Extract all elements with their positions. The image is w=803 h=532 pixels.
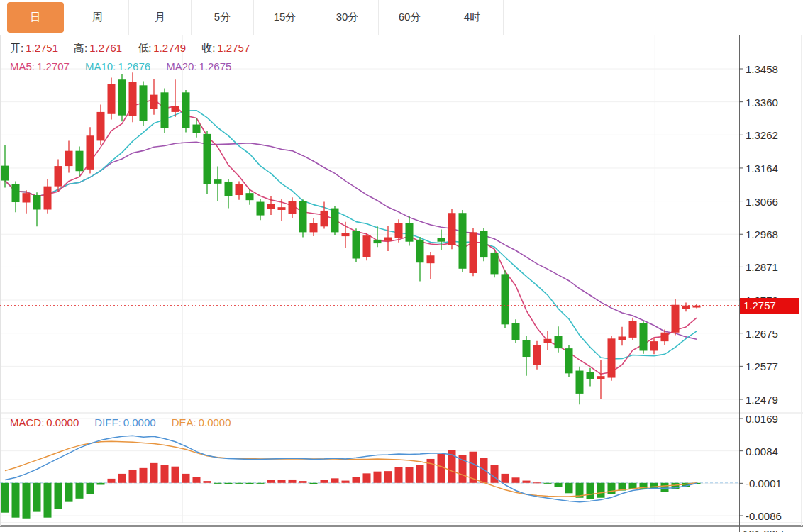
tab-day[interactable]: 日 — [7, 2, 64, 33]
macd-bar — [76, 483, 84, 499]
y-axis-label: 1.3458 — [746, 63, 778, 75]
macd-bar — [533, 482, 541, 483]
tab-30min[interactable]: 30分 — [316, 0, 379, 35]
candle-body — [140, 85, 148, 121]
diff-readout: DIFF:0.0000 — [94, 416, 155, 428]
macd-bar — [65, 483, 73, 502]
high-readout: 高:1.2761 — [74, 42, 122, 55]
low-readout: 低:1.2749 — [138, 42, 186, 55]
candle-body — [448, 213, 456, 245]
candle-body — [480, 231, 488, 257]
candlestick-macd-chart[interactable] — [0, 0, 803, 532]
y-axis-label: 1.2577 — [746, 360, 778, 372]
candle-body — [661, 333, 669, 341]
candle-body — [225, 182, 233, 196]
macd-bar — [342, 481, 350, 483]
y-axis-label: 0.0084 — [746, 445, 778, 457]
macd-bar — [193, 477, 201, 483]
macd-bar — [502, 474, 509, 483]
close-readout: 收:1.2757 — [201, 42, 250, 55]
macd-bar — [491, 465, 499, 483]
tab-month[interactable]: 月 — [129, 0, 192, 35]
candle-body — [278, 207, 286, 210]
macd-bar — [406, 467, 414, 483]
candle-body — [587, 372, 594, 379]
macd-bar — [416, 465, 424, 483]
candle-body — [533, 345, 541, 365]
macd-bar — [353, 477, 360, 483]
candle-body — [470, 232, 477, 273]
macd-bar — [33, 483, 41, 512]
candle-body — [23, 193, 31, 202]
y-axis-label: 1.3262 — [746, 129, 778, 141]
macd-bar — [225, 483, 233, 484]
macd-bar — [44, 483, 52, 518]
macd-bar — [608, 483, 616, 494]
macd-bar — [384, 471, 392, 483]
candle-body — [353, 231, 360, 258]
macd-bar — [1, 483, 9, 513]
ma10-line — [5, 111, 697, 359]
tab-5min[interactable]: 5分 — [192, 0, 254, 35]
candle-body — [682, 306, 690, 309]
candle-body — [619, 336, 626, 340]
ma5-readout: MA5:1.2707 — [10, 60, 70, 72]
candle-body — [565, 348, 573, 373]
candle-body — [640, 323, 648, 351]
y-axis-label: -0.0086 — [746, 510, 782, 522]
candle-body — [193, 125, 201, 133]
candle-body — [427, 255, 435, 263]
macd-bar — [363, 473, 371, 482]
candle-body — [108, 84, 116, 113]
macd-bar — [182, 474, 190, 483]
candle-body — [44, 187, 52, 210]
candle-body — [214, 179, 222, 184]
candle-body — [87, 135, 94, 170]
macd-bar — [257, 483, 265, 484]
macd-bar — [108, 479, 116, 483]
macd-bar — [555, 483, 563, 487]
macd-bar — [310, 483, 318, 484]
ohlc-legend: 开:1.2751 高:1.2761 低:1.2749 收:1.2757 — [10, 42, 250, 55]
tab-15min[interactable]: 15分 — [254, 0, 316, 35]
candle-body — [406, 223, 414, 242]
macd-bar — [172, 467, 179, 483]
macd-bar — [87, 483, 94, 494]
macd-bar — [140, 468, 148, 483]
tabbar-filler — [504, 0, 803, 35]
candle-body — [1, 166, 9, 181]
macd-bar — [118, 474, 126, 483]
candle-body — [172, 106, 179, 112]
candle-body — [118, 79, 126, 115]
candle-body — [129, 82, 137, 116]
candle-body — [555, 336, 563, 348]
macd-bar — [23, 483, 31, 519]
tab-4hour[interactable]: 4时 — [441, 0, 504, 35]
candle-body — [12, 184, 20, 202]
candle-body — [182, 92, 190, 128]
tab-week[interactable]: 周 — [67, 0, 129, 35]
candle-body — [459, 213, 467, 269]
candle-body — [512, 323, 520, 340]
candle-body — [523, 340, 531, 357]
candle-body — [384, 238, 392, 241]
macd-legend: MACD:0.0000 DIFF:0.0000 DEA:0.0000 — [10, 416, 231, 428]
candle-body — [257, 202, 265, 216]
candle-body — [289, 201, 297, 214]
y-axis-label: -0.0001 — [746, 477, 782, 489]
candle-body — [321, 211, 328, 226]
macd-bar — [204, 481, 211, 483]
candle-body — [267, 204, 275, 209]
macd-bar — [246, 483, 254, 484]
macd-bar — [12, 483, 20, 518]
open-readout: 开:1.2751 — [10, 42, 58, 55]
candle-body — [33, 195, 41, 209]
candle-body — [161, 92, 169, 128]
tab-60min[interactable]: 60分 — [379, 0, 441, 35]
candle-body — [597, 376, 605, 379]
dea-readout: DEA:0.0000 — [172, 416, 231, 428]
macd-bar — [299, 481, 307, 483]
ma10-readout: MA10:1.2676 — [85, 60, 150, 72]
macd-bar — [129, 470, 137, 483]
candle-body — [150, 95, 158, 109]
